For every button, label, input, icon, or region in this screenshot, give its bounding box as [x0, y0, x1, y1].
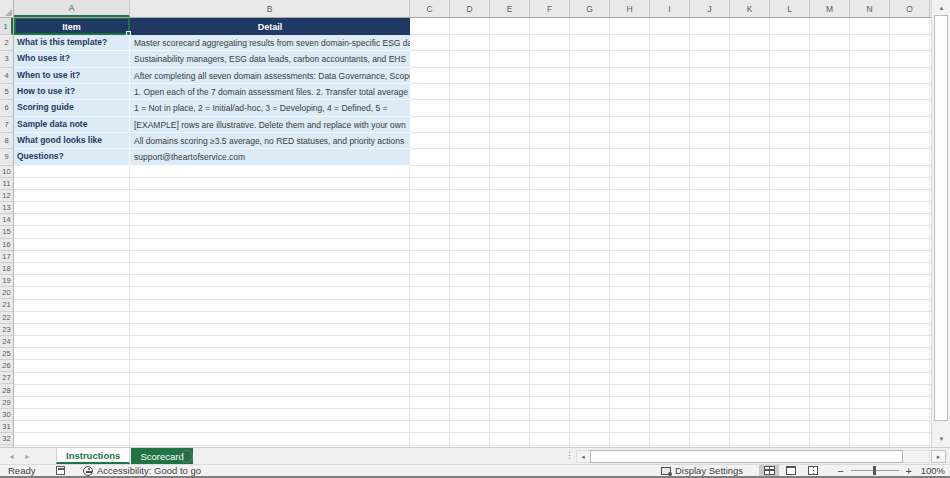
- cell-B9[interactable]: support@theartofservice.com: [130, 149, 410, 165]
- zoom-controls: − + 100%: [837, 465, 945, 476]
- column-header-M[interactable]: M: [810, 0, 850, 17]
- column-header-C[interactable]: C: [410, 0, 450, 17]
- column-header-I[interactable]: I: [650, 0, 690, 17]
- row-header-13[interactable]: 13: [0, 202, 13, 214]
- cell-B3[interactable]: Sustainability managers, ESG data leads,…: [130, 51, 410, 67]
- gridline: [14, 323, 931, 324]
- column-header-K[interactable]: K: [730, 0, 770, 17]
- row-header-15[interactable]: 15: [0, 226, 13, 238]
- row-header-31[interactable]: 31: [0, 421, 13, 433]
- row-header-24[interactable]: 24: [0, 336, 13, 348]
- row-header-1[interactable]: 1: [0, 18, 13, 35]
- column-header-D[interactable]: D: [450, 0, 490, 17]
- column-header-O[interactable]: O: [890, 0, 930, 17]
- column-header-G[interactable]: G: [570, 0, 610, 17]
- cell-B5[interactable]: 1. Open each of the 7 domain assessment …: [130, 84, 410, 100]
- row-header-3[interactable]: 3: [0, 51, 13, 67]
- cell-B7[interactable]: [EXAMPLE] rows are illustrative. Delete …: [130, 117, 410, 133]
- table-row: How to use it? 1. Open each of the 7 dom…: [14, 84, 410, 100]
- cell-A3[interactable]: Who uses it?: [14, 51, 130, 67]
- cell-A4[interactable]: When to use it?: [14, 68, 130, 84]
- page-break-view-button[interactable]: [803, 465, 823, 477]
- active-cell-selection[interactable]: [14, 18, 130, 35]
- row-header-28[interactable]: 28: [0, 384, 13, 396]
- tab-splitter-handle[interactable]: ⋮: [565, 450, 574, 460]
- row-header-21[interactable]: 21: [0, 299, 13, 311]
- normal-view-button[interactable]: [759, 465, 779, 477]
- row-header-18[interactable]: 18: [0, 263, 13, 275]
- vertical-scrollbar-thumb[interactable]: [934, 15, 948, 421]
- sheet-grid[interactable]: Item Detail What is this template? Maste…: [14, 18, 931, 447]
- cell-A6[interactable]: Scoring guide: [14, 100, 130, 116]
- row-header-14[interactable]: 14: [0, 214, 13, 226]
- row-header-10[interactable]: 10: [0, 166, 13, 178]
- table-row: What is this template? Master scorecard …: [14, 35, 410, 51]
- row-header-17[interactable]: 17: [0, 251, 13, 263]
- tab-scroll-left-icon[interactable]: ◄: [8, 453, 15, 460]
- row-header-30[interactable]: 30: [0, 409, 13, 421]
- zoom-level[interactable]: 100%: [919, 465, 945, 476]
- cell-A8[interactable]: What good looks like: [14, 133, 130, 149]
- column-header-A[interactable]: A: [14, 0, 130, 17]
- row-header-4[interactable]: 4: [0, 68, 13, 84]
- zoom-slider[interactable]: [851, 465, 899, 476]
- row-header-20[interactable]: 20: [0, 287, 13, 299]
- cell-A9[interactable]: Questions?: [14, 149, 130, 165]
- row-header-7[interactable]: 7: [0, 117, 13, 133]
- row-header-27[interactable]: 27: [0, 372, 13, 384]
- cell-A7[interactable]: Sample data note: [14, 117, 130, 133]
- column-header-J[interactable]: J: [690, 0, 730, 17]
- accessibility-label: Accessibility: Good to go: [97, 465, 201, 476]
- cell-B8[interactable]: All domains scoring ≥3.5 average, no RED…: [130, 133, 410, 149]
- column-header-B[interactable]: B: [130, 0, 410, 17]
- column-header-L[interactable]: L: [770, 0, 810, 17]
- row-header-22[interactable]: 22: [0, 312, 13, 324]
- column-header-E[interactable]: E: [490, 0, 530, 17]
- table-row: Scoring guide 1 = Not in place, 2 = Init…: [14, 100, 410, 116]
- scroll-up-icon[interactable]: ▲: [933, 1, 950, 14]
- row-header-23[interactable]: 23: [0, 324, 13, 336]
- column-header-N[interactable]: N: [850, 0, 890, 17]
- zoom-in-icon[interactable]: +: [906, 466, 912, 476]
- column-header-H[interactable]: H: [610, 0, 650, 17]
- select-all-button[interactable]: [0, 0, 14, 18]
- row-header-6[interactable]: 6: [0, 100, 13, 116]
- tab-instructions[interactable]: Instructions: [56, 448, 130, 464]
- fill-handle[interactable]: [126, 31, 131, 36]
- view-shortcuts: [759, 465, 823, 477]
- row-header-11[interactable]: 11: [0, 178, 13, 190]
- vertical-scrollbar[interactable]: ▲ ▼: [931, 0, 950, 447]
- scroll-right-icon[interactable]: ►: [931, 450, 946, 463]
- row-header-25[interactable]: 25: [0, 348, 13, 360]
- gridline: [14, 238, 931, 239]
- add-sheet-icon[interactable]: +: [180, 450, 193, 463]
- accessibility-status[interactable]: Accessibility: Good to go: [83, 465, 201, 476]
- tab-scroll-right-icon[interactable]: ►: [24, 453, 31, 460]
- cell-A5[interactable]: How to use it?: [14, 84, 130, 100]
- cell-B4[interactable]: After completing all seven domain assess…: [130, 68, 410, 84]
- sheet-tabs: Instructions Scorecard: [56, 448, 193, 464]
- row-header-19[interactable]: 19: [0, 275, 13, 287]
- row-header-9[interactable]: 9: [0, 149, 13, 165]
- scroll-left-icon[interactable]: ◄: [577, 451, 589, 462]
- page-layout-view-button[interactable]: [781, 465, 801, 477]
- zoom-out-icon[interactable]: −: [837, 466, 843, 476]
- row-header-12[interactable]: 12: [0, 190, 13, 202]
- row-header-5[interactable]: 5: [0, 84, 13, 100]
- row-header-26[interactable]: 26: [0, 360, 13, 372]
- row-header-16[interactable]: 16: [0, 239, 13, 251]
- row-header-29[interactable]: 29: [0, 397, 13, 409]
- scroll-down-icon[interactable]: ▼: [933, 432, 950, 445]
- row-header-32[interactable]: 32: [0, 433, 13, 445]
- macro-record-icon[interactable]: [56, 466, 65, 475]
- display-settings-button[interactable]: Display Settings: [661, 465, 743, 476]
- row-header-8[interactable]: 8: [0, 133, 13, 149]
- zoom-slider-thumb[interactable]: [873, 466, 876, 475]
- horizontal-scrollbar-thumb[interactable]: [590, 450, 903, 463]
- cell-B6[interactable]: 1 = Not in place, 2 = Initial/ad-hoc, 3 …: [130, 100, 410, 116]
- cell-B2[interactable]: Master scorecard aggregating results fro…: [130, 35, 410, 51]
- column-header-F[interactable]: F: [530, 0, 570, 17]
- cell-A2[interactable]: What is this template?: [14, 35, 130, 51]
- row-header-2[interactable]: 2: [0, 35, 13, 51]
- cell-B1[interactable]: Detail: [130, 18, 410, 35]
